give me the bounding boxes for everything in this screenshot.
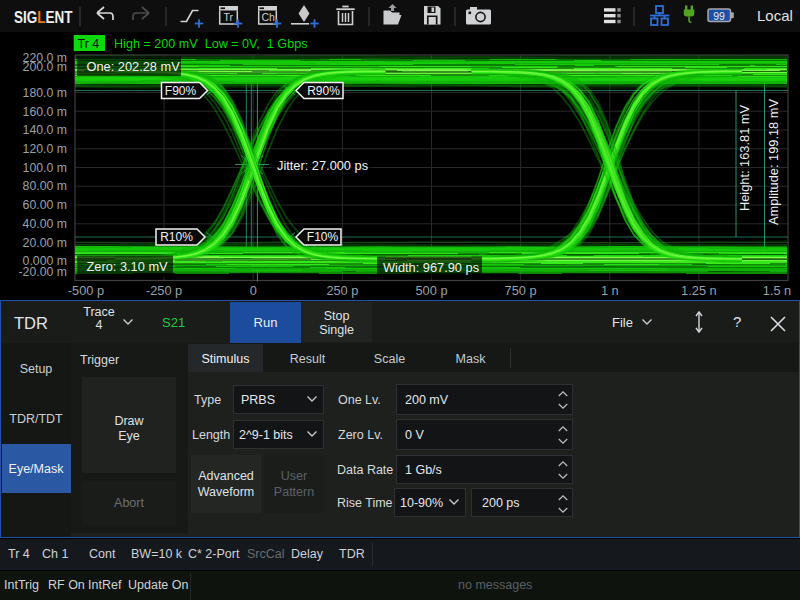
svg-text:Local: Local bbox=[757, 7, 793, 24]
svg-text:R10%: R10% bbox=[160, 230, 193, 244]
svg-text:100.0 m: 100.0 m bbox=[23, 161, 67, 175]
svg-text:20.00 m: 20.00 m bbox=[23, 236, 67, 250]
svg-text:200.0 m: 200.0 m bbox=[23, 60, 67, 74]
svg-text:-20.00 m: -20.00 m bbox=[18, 265, 67, 279]
svg-text:1 n: 1 n bbox=[601, 283, 619, 298]
svg-text:F90%: F90% bbox=[165, 84, 197, 98]
svg-text:Height: 163.81 mV: Height: 163.81 mV bbox=[737, 105, 752, 211]
svg-text:80.00 m: 80.00 m bbox=[23, 179, 67, 193]
svg-text:Ch: Ch bbox=[262, 11, 276, 23]
svg-text:180.0 m: 180.0 m bbox=[23, 86, 67, 100]
svg-text:One: 202.28 mV: One: 202.28 mV bbox=[87, 59, 181, 74]
svg-text:250 p: 250 p bbox=[326, 283, 358, 298]
svg-text:Zero: 3.10 mV: Zero: 3.10 mV bbox=[87, 259, 169, 274]
svg-text:120.0 m: 120.0 m bbox=[23, 142, 67, 156]
svg-text:0: 0 bbox=[250, 283, 257, 298]
svg-text:1.5 n: 1.5 n bbox=[763, 283, 791, 298]
svg-text:SIGLENT: SIGLENT bbox=[14, 8, 73, 26]
svg-text:Tr 4: Tr 4 bbox=[78, 37, 100, 51]
svg-text:-250 p: -250 p bbox=[146, 283, 182, 298]
svg-text:40.00 m: 40.00 m bbox=[23, 217, 67, 231]
svg-text:99: 99 bbox=[713, 10, 725, 22]
svg-text:60.00 m: 60.00 m bbox=[23, 198, 67, 212]
svg-text:160.0 m: 160.0 m bbox=[23, 105, 67, 119]
svg-text:Width: 967.90 ps: Width: 967.90 ps bbox=[383, 260, 479, 275]
svg-text:Jitter: 27.000 ps: Jitter: 27.000 ps bbox=[277, 158, 368, 173]
svg-text:-500 p: -500 p bbox=[68, 283, 104, 298]
svg-text:Tr: Tr bbox=[224, 11, 234, 23]
svg-text:140.0 m: 140.0 m bbox=[23, 123, 67, 137]
svg-text:750 p: 750 p bbox=[505, 283, 537, 298]
svg-text:Amplitude: 199.18 mV: Amplitude: 199.18 mV bbox=[766, 99, 781, 225]
svg-text:500 p: 500 p bbox=[415, 283, 447, 298]
svg-text:High = 200 mV Low = 0V, 1 Gb: High = 200 mV Low = 0V, 1 Gbps bbox=[114, 37, 307, 51]
svg-text:1.25 n: 1.25 n bbox=[681, 283, 717, 298]
svg-text:F10%: F10% bbox=[307, 230, 339, 244]
svg-text:R90%: R90% bbox=[307, 84, 340, 98]
